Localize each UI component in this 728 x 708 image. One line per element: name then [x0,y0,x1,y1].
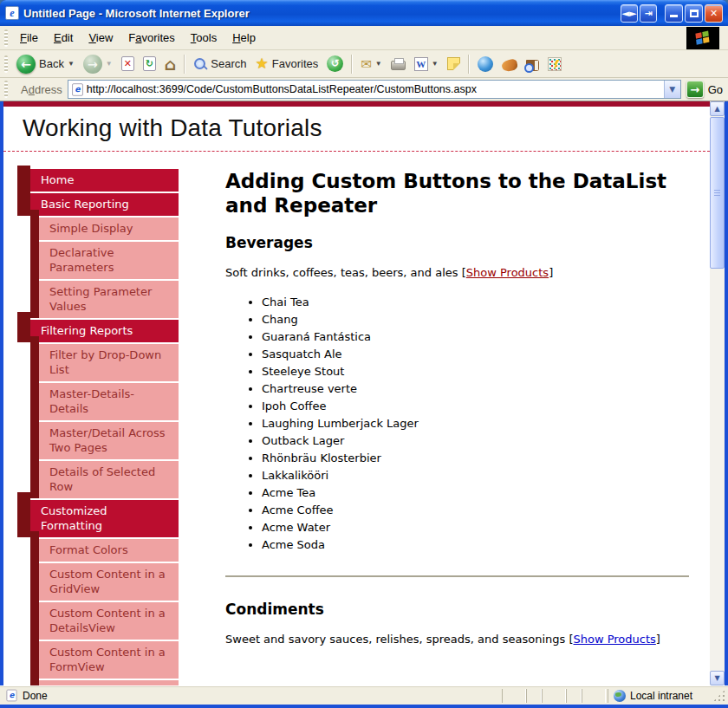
favorites-star-icon: ★ [256,55,269,73]
sidebar-item-label[interactable]: Master-Details-Details [39,383,179,420]
menu-view[interactable]: View [81,27,120,49]
print-button[interactable] [387,55,410,73]
menu-tools[interactable]: Tools [183,27,224,49]
sidebar-item-label[interactable]: Custom Content in a FormView [39,641,179,679]
show-products-link-beverages[interactable]: Show Products [466,266,549,279]
window-title: Untitled Page - Microsoft Internet Explo… [23,7,621,20]
sidebar-item-label[interactable]: Filtering Reports [30,320,179,342]
ie-app-icon: e [5,6,19,20]
restore-arrows-button[interactable]: ◄► [621,4,638,23]
close-button[interactable]: ✕ [705,4,723,23]
sidebar-item[interactable]: Basic Reporting [30,193,179,216]
menu-help[interactable]: Help [224,27,263,49]
minimize-button[interactable] [665,4,683,23]
status-text: Done [23,690,48,702]
status-pane [582,689,606,703]
sidebar-item-label[interactable]: Master/Detail Across Two Pages [39,422,179,459]
sidebar-item[interactable]: Filtering Reports [30,320,179,342]
sidebar-item-label[interactable]: Custom Content in a GridView [39,563,179,601]
messenger-button[interactable] [473,54,497,75]
fox-icon [501,58,518,72]
sidebar-item-label[interactable]: Custom Content in a DetailsView [39,602,179,640]
nav-accent-block [30,672,39,685]
scrollbar-thumb[interactable] [710,117,725,269]
sidebar-item[interactable]: Master-Details-Details [39,383,179,420]
sidebar-item[interactable]: Declarative Parameters [39,242,179,279]
menu-grip[interactable] [4,29,8,47]
sidebar-item-label[interactable]: Home [30,169,179,192]
history-button[interactable]: ↺ [322,53,348,75]
back-button[interactable]: ← Back ▼ [12,52,79,76]
sidebar-item-label[interactable]: Setting Parameter Values [39,281,179,318]
address-bar: Address e http://localhost:3699/Code/Cus… [0,78,728,101]
sidebar-item[interactable]: Setting Parameter Values [39,281,179,318]
sidebar-item-label[interactable]: Summary Data in Footer [39,680,179,685]
window-bottom-border [0,705,728,708]
scroll-down-button[interactable]: ▼ [710,671,725,685]
sidebar-item[interactable]: Filter by Drop-Down List [39,344,179,381]
menu-favorites[interactable]: Favorites [120,27,182,49]
stop-button[interactable]: ✕ [117,54,139,74]
sidebar-item-label[interactable]: Format Colors [39,539,179,562]
vertical-scrollbar[interactable]: ▲ ▼ [710,101,725,685]
sidebar-item[interactable]: Details of Selected Row [39,461,179,498]
nav-accent-block [30,453,39,498]
product-item: Rhönbräu Klosterbier [262,450,689,467]
menu-edit[interactable]: Edit [46,27,81,49]
sidebar-item[interactable]: Custom Content in a DetailsView [39,602,179,640]
sidebar-item[interactable]: Customized Formatting [30,500,179,537]
toolbar-grip[interactable] [4,55,8,73]
scroll-up-button[interactable]: ▲ [710,101,725,116]
category-description-condiments: Sweet and savory sauces, relishes, sprea… [225,633,689,646]
research-button[interactable] [522,55,543,74]
address-grip[interactable] [4,81,8,98]
url-text[interactable]: http://localhost:3699/Code/CustomButtons… [87,83,664,95]
back-dropdown-caret[interactable]: ▼ [68,60,75,68]
product-item: Chai Tea [262,294,689,311]
notes-button[interactable] [443,55,465,73]
sidebar-item-label[interactable]: Filter by Drop-Down List [39,344,179,381]
category-description-beverages: Soft drinks, coffees, teas, beers, and a… [225,266,689,279]
sidebar-item[interactable]: Custom Content in a FormView [39,641,179,679]
disconnect-button[interactable]: ⇥ [640,4,657,23]
nav-accent-block [17,185,30,216]
sidebar-item[interactable]: Home [30,169,179,192]
sidebar-item-label[interactable]: Declarative Parameters [39,242,179,279]
search-button[interactable]: Search [189,55,250,74]
mail-dropdown-caret[interactable]: ▼ [375,60,382,68]
maximize-button[interactable] [685,4,703,23]
go-button[interactable]: → Go [686,81,723,98]
home-button[interactable]: ⌂ [160,53,181,75]
sidebar-item[interactable]: Summary Data in Footer [39,680,179,685]
fox-tool-button[interactable] [497,55,522,74]
product-item: Acme Coffee [262,502,689,519]
sidebar-item[interactable]: Custom Content in a GridView [39,563,179,601]
sidebar-item-label[interactable]: Customized Formatting [30,500,179,537]
refresh-button[interactable]: ↻ [139,54,160,74]
scrollbar-track[interactable] [710,116,725,671]
sidebar-item[interactable]: Simple Display [39,218,179,240]
edit-with-word-button[interactable]: W ▼ [410,55,443,74]
sidebar-item-label[interactable]: Simple Display [39,218,179,240]
status-left-pane: e Done [3,688,502,703]
word-dropdown-caret[interactable]: ▼ [432,60,439,68]
mail-button[interactable]: ✉ ▼ [356,54,387,75]
favorites-button[interactable]: ★ Favorites [251,52,323,75]
product-item: Chartreuse verte [262,380,689,398]
address-input[interactable]: e http://localhost:3699/Code/CustomButto… [68,80,681,99]
forward-button[interactable]: → ▼ [79,52,117,76]
sidebar-item-label[interactable]: Details of Selected Row [39,461,179,498]
mail-icon: ✉ [361,56,372,72]
highlight-tool-button[interactable] [543,55,566,74]
security-zone-pane: Local intranet [608,689,710,703]
browser-client-area: Working with Data Tutorials Home Basic R… [0,101,728,685]
sidebar-item[interactable]: Format Colors [39,539,179,562]
window-resize-grip[interactable] [713,690,725,702]
product-list: Chai TeaChangGuaraná FantásticaSasquatch… [225,294,689,554]
address-dropdown-button[interactable]: ▼ [664,81,680,98]
show-products-link-condiments[interactable]: Show Products [573,633,655,646]
sidebar-item[interactable]: Master/Detail Across Two Pages [39,422,179,459]
sidebar-item-label[interactable]: Basic Reporting [30,193,179,216]
forward-dropdown-caret[interactable]: ▼ [106,60,113,68]
menu-file[interactable]: File [12,27,46,49]
